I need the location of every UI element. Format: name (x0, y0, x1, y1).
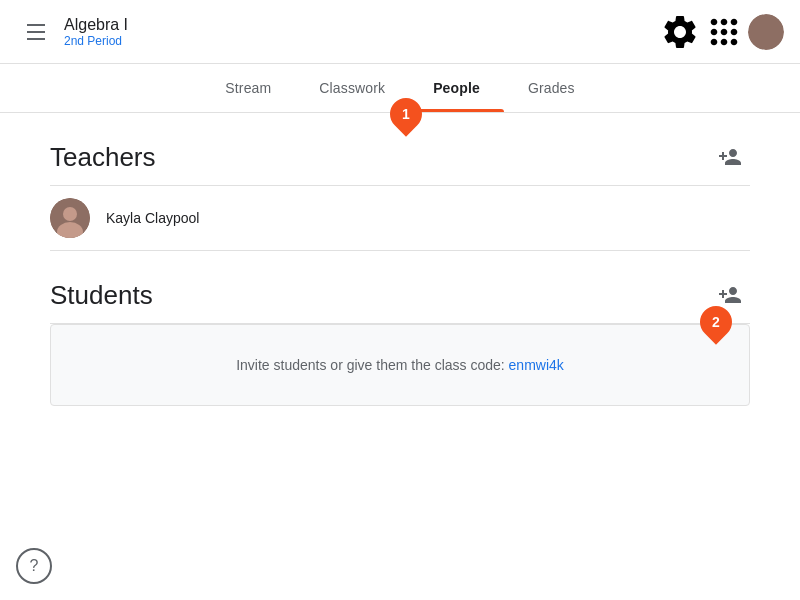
main-content: Teachers Kayla Claypool (0, 113, 800, 406)
teachers-section: Teachers Kayla Claypool (50, 113, 750, 251)
tab-people[interactable]: People (409, 64, 504, 112)
tab-stream[interactable]: Stream (201, 64, 295, 112)
tab-grades[interactable]: Grades (504, 64, 599, 112)
help-button[interactable]: ? (16, 548, 52, 584)
invite-teachers-button[interactable] (710, 137, 750, 177)
students-header: Students (50, 275, 750, 315)
apps-button[interactable] (704, 12, 744, 52)
avatar-initials (748, 14, 784, 50)
grid-icon (704, 12, 744, 52)
header-left: Algebra I 2nd Period (16, 12, 660, 52)
teachers-header: Teachers (50, 137, 750, 177)
teachers-title: Teachers (50, 142, 156, 173)
students-section: Students Invite students or give them th… (50, 251, 750, 406)
invite-text-static: Invite students or give them the class c… (236, 357, 508, 373)
teacher-row: Kayla Claypool (50, 186, 750, 251)
hamburger-icon (27, 24, 45, 40)
add-person-icon (718, 145, 742, 169)
tab-classwork[interactable]: Classwork (295, 64, 409, 112)
class-code[interactable]: enmwi4k (509, 357, 564, 373)
svg-point-1 (63, 207, 77, 221)
teacher-avatar-image (50, 198, 90, 238)
help-icon: ? (30, 557, 39, 575)
user-avatar[interactable] (748, 14, 784, 50)
invite-students-button[interactable] (710, 275, 750, 315)
settings-button[interactable] (660, 12, 700, 52)
teacher-avatar (50, 198, 90, 238)
header-right (660, 12, 784, 52)
menu-button[interactable] (16, 12, 56, 52)
app-subtitle: 2nd Period (64, 34, 128, 48)
teacher-name: Kayla Claypool (106, 210, 199, 226)
app-title: Algebra I (64, 16, 128, 34)
teacher-photo (50, 198, 90, 238)
invite-message: Invite students or give them the class c… (67, 357, 733, 373)
app-header: Algebra I 2nd Period (0, 0, 800, 64)
navigation-tabs: Stream Classwork People Grades (0, 64, 800, 113)
invite-box: Invite students or give them the class c… (50, 324, 750, 406)
app-title-group: Algebra I 2nd Period (64, 16, 128, 48)
gear-icon (660, 12, 700, 52)
students-title: Students (50, 280, 153, 311)
add-student-icon (718, 283, 742, 307)
